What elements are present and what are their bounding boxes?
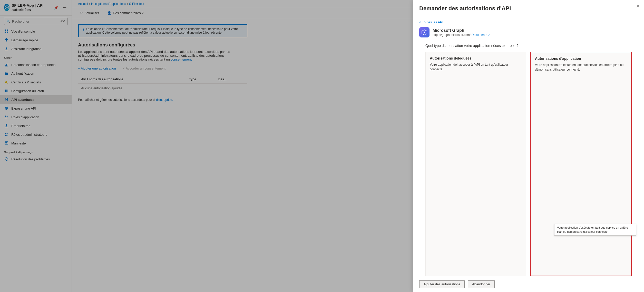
- svg-point-25: [424, 32, 425, 33]
- application-desc: Votre application s'exécute en tant que …: [535, 63, 627, 72]
- panel-close-button[interactable]: ✕: [636, 4, 640, 9]
- panel-question: Quel type d'autorisation votre applicati…: [419, 44, 638, 48]
- panel-api-info: Microsoft Graph https://graph.microsoft.…: [419, 27, 638, 37]
- external-link-icon: ↗: [488, 33, 491, 37]
- application-title: Autorisations d'application: [535, 56, 627, 61]
- application-auth-card[interactable]: Autorisations d'application Votre applic…: [530, 52, 632, 276]
- delegated-title: Autorisations déléguées: [430, 56, 522, 60]
- panel-overlay: ✕ Demander des autorisations d'API < Tou…: [0, 0, 644, 292]
- panel: ✕ Demander des autorisations d'API < Tou…: [413, 0, 644, 292]
- auth-options: Autorisations déléguées Votre applicatio…: [419, 52, 638, 276]
- api-url: https://graph.microsoft.com/: [433, 33, 471, 37]
- api-details: Microsoft Graph https://graph.microsoft.…: [433, 28, 491, 37]
- panel-header: Demander des autorisations d'API: [413, 0, 644, 16]
- api-logo: [419, 27, 430, 37]
- delegated-desc: Votre application doit accéder à l'API e…: [430, 62, 522, 72]
- api-docs-link[interactable]: Documents ↗: [472, 33, 491, 37]
- tooltip-box: Votre application s'exécute en tant que …: [554, 224, 636, 236]
- delegated-auth-card[interactable]: Autorisations déléguées Votre applicatio…: [425, 52, 526, 276]
- panel-title: Demander des autorisations d'API: [419, 5, 638, 12]
- panel-back-button[interactable]: < Toutes les API: [419, 20, 638, 24]
- api-name: Microsoft Graph: [433, 28, 491, 33]
- api-url-row: https://graph.microsoft.com/ Documents ↗: [433, 33, 491, 37]
- add-permissions-button[interactable]: Ajouter des autorisations: [419, 280, 465, 288]
- cancel-button[interactable]: Abandonner: [468, 280, 495, 288]
- panel-footer: Ajouter des autorisations Abandonner: [413, 276, 644, 292]
